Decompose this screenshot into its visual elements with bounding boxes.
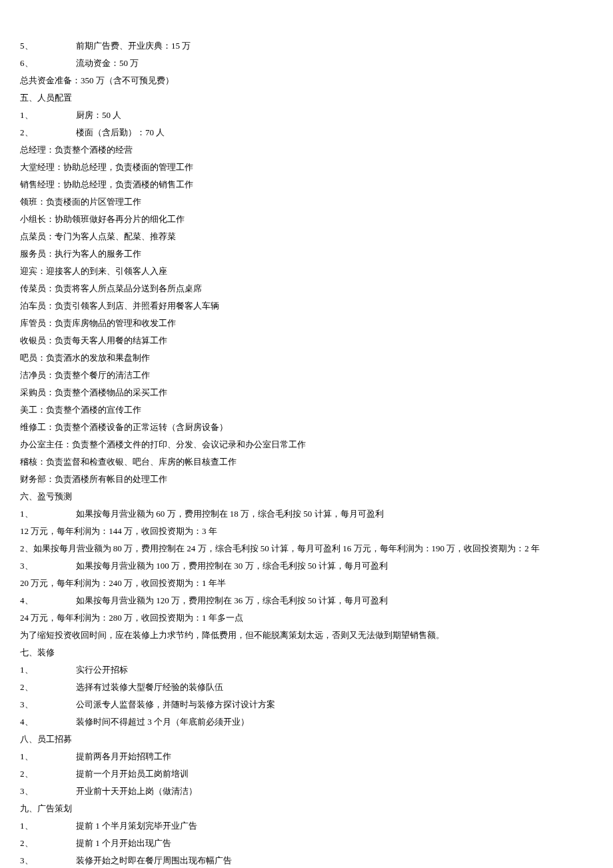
list-text: 装修时间不得超过 3 个月（年底前必须开业） — [76, 717, 249, 727]
text-line: 七、装修 — [20, 644, 593, 661]
list-number: 3、 — [20, 852, 37, 868]
text-line: 传菜员：负责将客人所点菜品分送到各所点桌席 — [20, 280, 593, 297]
text-line: 为了缩短投资收回时间，应在装修上力求节约，降低费用，但不能脱离策划太远，否则又无… — [20, 627, 593, 644]
list-text: 前期广告费、开业庆典：15 万 — [76, 41, 191, 51]
text-line: 12 万元，每年利润为：144 万，收回投资期为：3 年 — [20, 523, 593, 540]
text-line: 小组长：协助领班做好各再分片的细化工作 — [20, 211, 593, 228]
paragraph-text: 洁净员：负责整个餐厅的清洁工作 — [20, 370, 150, 380]
text-line: 1、实行公开招标 — [20, 661, 593, 679]
paragraph-text: 2、如果按每月营业额为 80 万，费用控制在 24 万，综合毛利按 50 计算，… — [20, 543, 540, 553]
text-line: 采购员：负责整个酒楼物品的采买工作 — [20, 384, 593, 401]
list-text: 提前 1 个半月策划完毕开业广告 — [76, 821, 197, 831]
paragraph-text: 库管员：负责库房物品的管理和收发工作 — [20, 318, 176, 328]
list-number: 2、 — [20, 124, 37, 141]
list-number: 4、 — [20, 592, 37, 609]
list-text: 装修开始之时即在餐厅周围出现布幅广告 — [76, 855, 232, 865]
list-text: 厨房：50 人 — [76, 110, 121, 120]
list-text: 公司派专人监督装修，并随时与装修方探讨设计方案 — [76, 699, 275, 709]
paragraph-text: 采购员：负责整个酒楼物品的采买工作 — [20, 387, 167, 397]
paragraph-text: 吧员：负责酒水的发放和果盘制作 — [20, 353, 150, 363]
paragraph-text: 维修工：负责整个酒楼设备的正常运转（含厨房设备） — [20, 422, 228, 432]
paragraph-text: 七、装修 — [20, 647, 55, 657]
paragraph-text: 总经理：负责整个酒楼的经营 — [20, 145, 133, 155]
text-line: 3、开业前十天开始上岗（做清洁） — [20, 783, 593, 800]
text-line: 销售经理：协助总经理，负责酒楼的销售工作 — [20, 176, 593, 193]
text-line: 六、盈亏预测 — [20, 488, 593, 505]
text-line: 4、如果按每月营业额为 120 万，费用控制在 36 万，综合毛利按 50 计算… — [20, 592, 593, 609]
text-line: 八、员工招募 — [20, 731, 593, 748]
paragraph-text: 迎宾：迎接客人的到来、引领客人入座 — [20, 266, 167, 276]
text-line: 5、前期广告费、开业庆典：15 万 — [20, 37, 593, 55]
paragraph-text: 总共资金准备：350 万（含不可预见费） — [20, 75, 174, 85]
text-line: 2、如果按每月营业额为 80 万，费用控制在 24 万，综合毛利按 50 计算，… — [20, 540, 593, 557]
text-line: 吧员：负责酒水的发放和果盘制作 — [20, 349, 593, 367]
paragraph-text: 六、盈亏预测 — [20, 491, 72, 501]
text-line: 稽核：负责监督和检查收银、吧台、库房的帐目核查工作 — [20, 453, 593, 471]
text-line: 办公室主任：负责整个酒楼文件的打印、分发、会议记录和办公室日常工作 — [20, 436, 593, 453]
text-line: 点菜员：专门为客人点菜、配菜、推荐菜 — [20, 228, 593, 245]
text-line: 20 万元，每年利润为：240 万，收回投资期为：1 年半 — [20, 575, 593, 592]
list-text: 如果按每月营业额为 100 万，费用控制在 30 万，综合毛利按 50 计算，每… — [76, 561, 388, 571]
list-text: 提前 1 个月开始出现广告 — [76, 838, 171, 848]
list-text: 开业前十天开始上岗（做清洁） — [76, 786, 197, 796]
list-number: 1、 — [20, 505, 37, 523]
list-number: 5、 — [20, 37, 37, 55]
paragraph-text: 小组长：协助领班做好各再分片的细化工作 — [20, 214, 185, 224]
text-line: 4、装修时间不得超过 3 个月（年底前必须开业） — [20, 713, 593, 731]
paragraph-text: 办公室主任：负责整个酒楼文件的打印、分发、会议记录和办公室日常工作 — [20, 439, 306, 449]
text-line: 迎宾：迎接客人的到来、引领客人入座 — [20, 263, 593, 280]
paragraph-text: 领班：负责楼面的片区管理工作 — [20, 197, 141, 207]
paragraph-text: 财务部：负责酒楼所有帐目的处理工作 — [20, 474, 167, 484]
text-line: 美工：负责整个酒楼的宣传工作 — [20, 401, 593, 419]
paragraph-text: 九、广告策划 — [20, 803, 72, 813]
text-line: 1、如果按每月营业额为 60 万，费用控制在 18 万，综合毛利按 50 计算，… — [20, 505, 593, 523]
text-line: 2、选择有过装修大型餐厅经验的装修队伍 — [20, 679, 593, 696]
list-number: 1、 — [20, 661, 37, 679]
list-text: 流动资金：50 万 — [76, 58, 139, 68]
text-line: 3、如果按每月营业额为 100 万，费用控制在 30 万，综合毛利按 50 计算… — [20, 557, 593, 575]
text-line: 2、楼面（含后勤）：70 人 — [20, 124, 593, 141]
text-line: 领班：负责楼面的片区管理工作 — [20, 193, 593, 211]
paragraph-text: 24 万元，每年利润为：280 万，收回投资期为：1 年多一点 — [20, 613, 243, 623]
paragraph-text: 点菜员：专门为客人点菜、配菜、推荐菜 — [20, 231, 176, 241]
list-number: 2、 — [20, 679, 37, 696]
text-line: 洁净员：负责整个餐厅的清洁工作 — [20, 367, 593, 384]
list-number: 3、 — [20, 696, 37, 713]
list-number: 3、 — [20, 557, 37, 575]
text-line: 大堂经理：协助总经理，负责楼面的管理工作 — [20, 159, 593, 176]
text-line: 九、广告策划 — [20, 800, 593, 817]
text-line: 五、人员配置 — [20, 89, 593, 107]
text-line: 财务部：负责酒楼所有帐目的处理工作 — [20, 471, 593, 488]
paragraph-text: 五、人员配置 — [20, 93, 72, 103]
text-line: 24 万元，每年利润为：280 万，收回投资期为：1 年多一点 — [20, 609, 593, 627]
paragraph-text: 传菜员：负责将客人所点菜品分送到各所点桌席 — [20, 283, 202, 293]
paragraph-text: 12 万元，每年利润为：144 万，收回投资期为：3 年 — [20, 526, 217, 536]
text-line: 2、提前一个月开始员工岗前培训 — [20, 765, 593, 783]
text-line: 总共资金准备：350 万（含不可预见费） — [20, 72, 593, 89]
list-text: 提前一个月开始员工岗前培训 — [76, 769, 189, 779]
list-text: 选择有过装修大型餐厅经验的装修队伍 — [76, 682, 223, 692]
document-body: 5、前期广告费、开业庆典：15 万6、流动资金：50 万总共资金准备：350 万… — [20, 37, 593, 868]
text-line: 1、厨房：50 人 — [20, 107, 593, 124]
paragraph-text: 20 万元，每年利润为：240 万，收回投资期为：1 年半 — [20, 578, 226, 588]
text-line: 6、流动资金：50 万 — [20, 55, 593, 72]
paragraph-text: 收银员：负责每天客人用餐的结算工作 — [20, 335, 167, 345]
list-text: 楼面（含后勤）：70 人 — [76, 127, 165, 137]
text-line: 库管员：负责库房物品的管理和收发工作 — [20, 315, 593, 332]
paragraph-text: 稽核：负责监督和检查收银、吧台、库房的帐目核查工作 — [20, 457, 237, 467]
text-line: 1、提前两各月开始招聘工作 — [20, 748, 593, 765]
list-text: 提前两各月开始招聘工作 — [76, 751, 171, 761]
list-number: 6、 — [20, 55, 37, 72]
paragraph-text: 泊车员：负责引领客人到店、并照看好用餐客人车辆 — [20, 301, 219, 311]
text-line: 2、提前 1 个月开始出现广告 — [20, 835, 593, 852]
list-number: 2、 — [20, 835, 37, 852]
list-text: 如果按每月营业额为 60 万，费用控制在 18 万，综合毛利按 50 计算，每月… — [76, 509, 384, 519]
paragraph-text: 服务员：执行为客人的服务工作 — [20, 249, 141, 259]
paragraph-text: 销售经理：协助总经理，负责酒楼的销售工作 — [20, 179, 193, 189]
text-line: 服务员：执行为客人的服务工作 — [20, 245, 593, 263]
paragraph-text: 美工：负责整个酒楼的宣传工作 — [20, 405, 141, 415]
text-line: 1、提前 1 个半月策划完毕开业广告 — [20, 817, 593, 835]
list-text: 实行公开招标 — [76, 665, 128, 675]
paragraph-text: 大堂经理：协助总经理，负责楼面的管理工作 — [20, 162, 193, 172]
list-number: 3、 — [20, 783, 37, 800]
